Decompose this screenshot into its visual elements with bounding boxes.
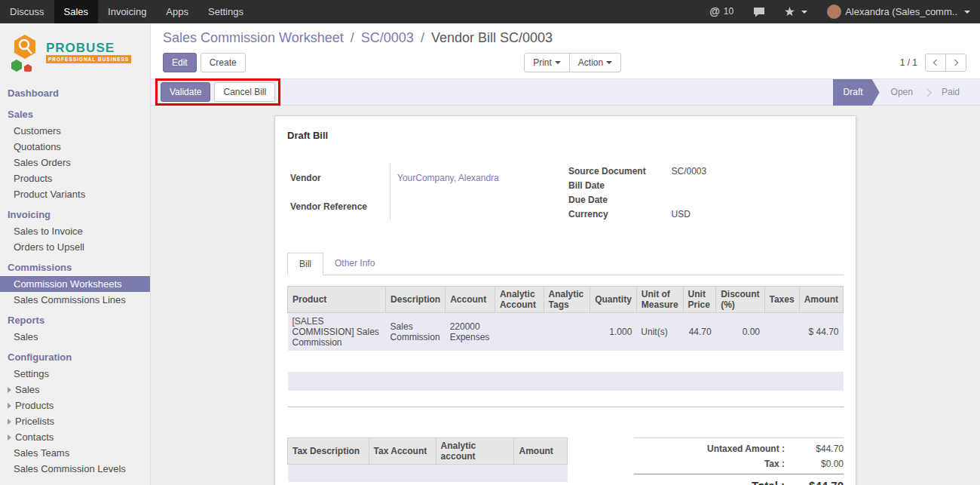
nav-discuss[interactable]: Discuss xyxy=(0,0,54,23)
sidebar-item-quotations[interactable]: Quotations xyxy=(0,139,150,155)
sidebar-item-products-config[interactable]: Products xyxy=(0,398,150,413)
bill-date-field-value xyxy=(669,178,844,192)
empty-row xyxy=(288,482,568,485)
chevron-right-icon xyxy=(952,60,958,66)
create-button[interactable]: Create xyxy=(201,53,246,72)
activity-menu[interactable]: @ 10 xyxy=(700,0,743,23)
sidebar-item-label: Pricelists xyxy=(15,416,54,427)
currency-field-value: USD xyxy=(669,207,844,221)
bill-date-field-label: Bill Date xyxy=(565,178,669,192)
status-step-open[interactable]: Open xyxy=(880,79,924,106)
sidebar-section-configuration[interactable]: Configuration xyxy=(0,348,150,366)
debug-menu[interactable] xyxy=(775,0,817,23)
field-groups: Vendor YourCompany, Alexandra Vendor Ref… xyxy=(287,164,844,221)
nav-apps[interactable]: Apps xyxy=(156,0,198,23)
empty-row xyxy=(288,464,568,482)
invoice-line-row[interactable]: [SALES COMMISSION] Sales Commission Sale… xyxy=(288,313,844,351)
sidebar-item-commission-worksheets[interactable]: Commission Worksheets xyxy=(0,276,150,292)
sidebar-item-sales-teams[interactable]: Sales Teams xyxy=(0,445,150,461)
caret-right-icon xyxy=(8,403,11,409)
avatar xyxy=(827,5,841,19)
cell-description: Sales Commission xyxy=(386,313,446,351)
sidebar-item-sales-commission-levels[interactable]: Sales Commission Levels xyxy=(0,461,150,477)
validate-button[interactable]: Validate xyxy=(161,82,210,102)
tab-bill[interactable]: Bill xyxy=(287,253,323,275)
sidebar-item-products[interactable]: Products xyxy=(0,170,150,186)
nav-invoicing[interactable]: Invoicing xyxy=(98,0,156,23)
breadcrumb: Sales Commission Worksheet / SC/0003 / V… xyxy=(163,30,966,46)
sidebar-section-reports[interactable]: Reports xyxy=(0,312,150,329)
sidebar-item-pricelists[interactable]: Pricelists xyxy=(0,413,150,429)
user-menu[interactable]: Alexandra (Sales_comm.. xyxy=(817,0,980,23)
sidebar-section-sales[interactable]: Sales xyxy=(0,106,150,123)
nav-sales[interactable]: Sales xyxy=(54,0,99,23)
empty-row xyxy=(288,351,844,372)
total-label: Total : xyxy=(634,479,797,485)
breadcrumb-separator: / xyxy=(351,30,354,45)
breadcrumb-record-link[interactable]: SC/0003 xyxy=(361,30,414,45)
cancel-bill-button[interactable]: Cancel Bill xyxy=(214,82,275,102)
sidebar-section-dashboard[interactable]: Dashboard xyxy=(0,84,150,102)
logo-subtitle: PROFESSIONAL BUSINESS xyxy=(46,55,131,63)
col-discount: Discount (%) xyxy=(716,287,764,313)
col-description: Description xyxy=(386,287,446,313)
tax-label: Tax : xyxy=(634,459,797,469)
sidebar-item-sales-commissions-lines[interactable]: Sales Commissions Lines xyxy=(0,292,150,308)
statusbar-steps: Draft Open Paid xyxy=(833,79,980,106)
col-taxes: Taxes xyxy=(764,287,799,313)
sidebar-item-sales-config[interactable]: Sales xyxy=(0,382,150,398)
cell-unit-of-measure: Unit(s) xyxy=(636,313,683,351)
print-dropdown-button[interactable]: Print xyxy=(524,53,570,72)
col-tax-amount: Amount xyxy=(514,437,568,464)
tax-row: Tax : $0.00 xyxy=(634,456,844,471)
statusbar: Validate Cancel Bill Draft Open Paid xyxy=(151,78,980,106)
vendor-field-value[interactable]: YourCompany, Alexandra xyxy=(397,173,499,183)
tax-value: $0.00 xyxy=(797,459,844,469)
status-step-paid[interactable]: Paid xyxy=(930,79,971,106)
sidebar-section-invoicing[interactable]: Invoicing xyxy=(0,206,150,223)
cell-analytic-tags xyxy=(544,313,590,351)
probuse-logo[interactable]: PROBUSE PROFESSIONAL BUSINESS xyxy=(0,23,150,81)
sidebar-item-sales-report[interactable]: Sales xyxy=(0,329,150,345)
col-tax-account: Tax Account xyxy=(369,437,436,464)
pager-value[interactable]: 1 / 1 xyxy=(900,57,917,68)
action-dropdown-button[interactable]: Action xyxy=(569,53,621,72)
notebook-tabs: Bill Other Info xyxy=(287,253,844,275)
sidebar-item-sales-orders[interactable]: Sales Orders xyxy=(0,155,150,170)
breadcrumb-worksheet-link[interactable]: Sales Commission Worksheet xyxy=(163,30,344,45)
chevron-left-icon xyxy=(933,60,939,66)
sidebar-item-contacts[interactable]: Contacts xyxy=(0,429,150,445)
cell-product: [SALES COMMISSION] Sales Commission xyxy=(288,313,386,351)
edit-create-buttons: Edit Create xyxy=(163,53,246,72)
source-document-field-value: SC/0003 xyxy=(669,164,844,178)
nav-settings[interactable]: Settings xyxy=(198,0,253,23)
col-analytic-account: Analytic Account xyxy=(495,287,544,313)
annotation-highlight-box: Validate Cancel Bill xyxy=(155,78,280,106)
cell-analytic-account xyxy=(495,313,544,351)
cell-unit-price: 44.70 xyxy=(683,313,716,351)
sheet-bottom-section: Tax Description Tax Account Analytic acc… xyxy=(287,437,844,485)
pager-previous-button[interactable] xyxy=(925,54,946,72)
action-label: Action xyxy=(578,57,603,69)
sidebar-item-sales-to-invoice[interactable]: Sales to Invoice xyxy=(0,223,150,239)
tab-other-info[interactable]: Other Info xyxy=(323,253,386,275)
pager-next-button[interactable] xyxy=(945,54,966,72)
sidebar-section-commissions[interactable]: Commissions xyxy=(0,259,150,276)
col-unit-price: Unit Price xyxy=(683,287,716,313)
caret-down-icon xyxy=(555,61,561,64)
col-product: Product xyxy=(288,287,386,313)
sidebar-item-product-variants[interactable]: Product Variants xyxy=(0,186,150,202)
probuse-hexagon-icon xyxy=(8,32,42,72)
caret-down-icon xyxy=(606,61,612,64)
top-menu: Discuss Sales Invoicing Apps Settings xyxy=(0,0,253,23)
cell-amount: $ 44.70 xyxy=(799,313,843,351)
top-systray: @ 10 Alexandra (Sales_comm.. xyxy=(700,0,980,23)
sidebar-item-orders-to-upsell[interactable]: Orders to Upsell xyxy=(0,239,150,255)
sidebar-item-settings[interactable]: Settings xyxy=(0,366,150,382)
control-panel: Sales Commission Worksheet / SC/0003 / V… xyxy=(151,23,980,78)
messages-menu[interactable] xyxy=(743,0,775,23)
status-step-draft[interactable]: Draft xyxy=(833,79,880,106)
untaxed-amount-row: Untaxed Amount : $44.70 xyxy=(634,441,844,456)
sidebar-item-customers[interactable]: Customers xyxy=(0,123,150,139)
edit-button[interactable]: Edit xyxy=(163,53,197,72)
